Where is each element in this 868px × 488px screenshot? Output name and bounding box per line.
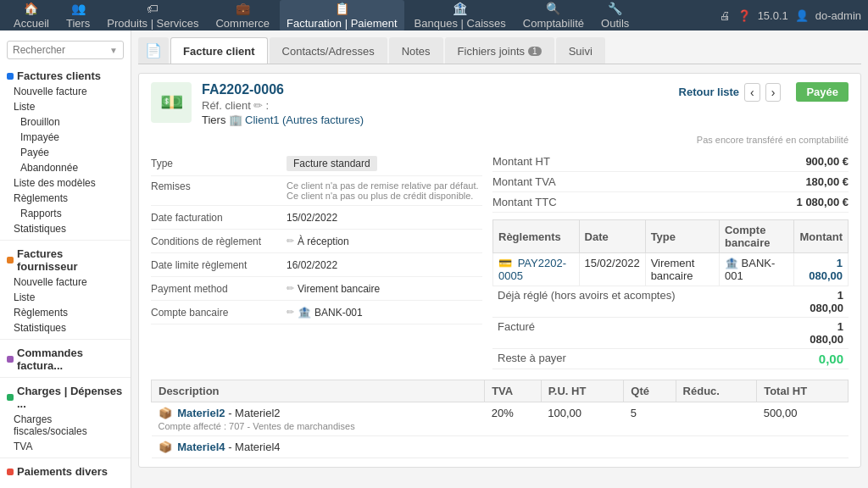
search-box[interactable]: ▼ [7, 41, 124, 59]
line-2-tva [485, 436, 542, 458]
top-navigation: 🏠 Accueil 👥 Tiers 🏷 Produits | Services … [0, 0, 868, 30]
sidebar-item-nouvelle-facture-fourn[interactable]: Nouvelle facture [0, 274, 131, 290]
main-layout: ▼ Factures clients Nouvelle facture List… [0, 30, 868, 488]
total-ht-label: Montant HT [492, 155, 550, 168]
search-input[interactable] [13, 44, 109, 56]
sidebar-item-liste-modeles[interactable]: Liste des modèles [0, 175, 131, 191]
tiers-link[interactable]: Client1 [245, 114, 279, 126]
pay-col-montant: Montant [794, 220, 849, 253]
line-2-total-ht [757, 436, 849, 458]
line-2-qte [624, 436, 676, 458]
line-row-2: 📦 Materiel4 - Materiel4 [152, 436, 849, 458]
total-tva-value: 180,00 € [805, 175, 849, 188]
field-date-limite-label: Date limite règlement [151, 259, 287, 271]
tab-suivi-label: Suivi [569, 45, 593, 58]
autres-factures[interactable]: (Autres factures) [282, 114, 364, 126]
print-icon[interactable]: 🖨 [720, 9, 731, 22]
nav-tiers[interactable]: 👥 Tiers [59, 0, 97, 31]
product-icon-2: 📦 [159, 441, 172, 453]
sidebar-item-charges-fiscales[interactable]: Charges fiscales/sociales [0, 412, 131, 439]
prev-invoice-button[interactable]: ‹ [744, 83, 760, 102]
nav-commerce[interactable]: 💼 Commerce [209, 0, 276, 31]
total-tva-row: Montant TVA 180,00 € [492, 172, 849, 192]
nav-outils[interactable]: 🔧 Outils [594, 0, 636, 31]
nav-comptabilite-label: Comptabilité [523, 17, 584, 30]
tab-fichiers-joints[interactable]: Fichiers joints 1 [445, 37, 554, 64]
nav-accueil[interactable]: 🏠 Accueil [7, 0, 56, 31]
tab-notes[interactable]: Notes [389, 37, 443, 64]
facture-value: 1080,00 [810, 320, 843, 346]
field-compte-bancaire: Compte bancaire ✏ 🏦 BANK-001 [151, 301, 482, 324]
nav-produits-services[interactable]: 🏷 Produits | Services [100, 0, 205, 31]
total-ttc-value: 1 080,00 € [797, 196, 849, 208]
sidebar-item-tva[interactable]: TVA [0, 439, 131, 454]
invoice-navigation: Retour liste ‹ › Payée [679, 82, 849, 102]
divider-4 [0, 458, 131, 458]
pay-bank-icon: 🏦 [725, 257, 738, 269]
field-payment-method-value: ✏ Virement bancaire [287, 283, 380, 295]
user-label[interactable]: do-admin [815, 9, 861, 22]
line-2-product-link[interactable]: Materiel4 [177, 441, 225, 453]
home-icon: 🏠 [24, 2, 38, 15]
sidebar-item-brouillon[interactable]: Brouillon [0, 114, 131, 130]
sidebar-item-impayee[interactable]: Impayée [0, 130, 131, 145]
tab-contacts-adresses[interactable]: Contacts/Adresses [270, 37, 387, 64]
nav-comptabilite[interactable]: 🔍 Comptabilité [516, 0, 591, 31]
nav-facturation-label: Facturation | Paiement [287, 17, 398, 30]
sidebar-section-factures-fourn: Factures fournisseur [0, 244, 131, 274]
field-type-label: Type [151, 158, 287, 169]
col-tva: TVA [485, 380, 542, 402]
edit-ref-icon[interactable]: ✏ [253, 99, 263, 112]
edit-payment-icon: ✏ [287, 283, 294, 294]
col-qte: Qté [624, 380, 676, 402]
reste-label: Reste à payer [498, 352, 566, 366]
total-ht-value: 900,00 € [805, 155, 849, 168]
help-icon[interactable]: ❓ [737, 9, 751, 22]
field-conditions-label: Conditions de règlement [151, 236, 287, 247]
line-1-product-link[interactable]: Materiel2 [177, 407, 225, 419]
col-description: Description [152, 380, 485, 402]
tab-facture-client-label: Facture client [183, 45, 255, 58]
line-2-desc: 📦 Materiel4 - Materiel4 [152, 436, 485, 458]
commerce-icon: 💼 [236, 2, 250, 15]
field-conditions-value: ✏ À réception [287, 236, 349, 247]
field-type: Type Facture standard [151, 152, 482, 176]
line-1-pu-ht: 100,00 [541, 402, 624, 436]
sidebar-item-abandonnee[interactable]: Abandonnée [0, 160, 131, 175]
search-dropdown-icon[interactable]: ▼ [109, 46, 118, 55]
sidebar-item-rapports[interactable]: Rapports [0, 206, 131, 221]
next-invoice-button[interactable]: › [765, 83, 782, 102]
tab-doc-icon: 📄 [145, 42, 162, 58]
payments-table: Règlements Date Type Compte bancaire Mon… [492, 219, 849, 286]
lines-section: Description TVA P.U. HT Qté Réduc. Total… [151, 380, 849, 458]
col-pu-ht: P.U. HT [541, 380, 624, 402]
pay-montant: 1080,00 [794, 253, 849, 286]
sidebar-item-reglements-fourn[interactable]: Règlements [0, 305, 131, 320]
nav-facturation[interactable]: 📋 Facturation | Paiement [280, 0, 404, 31]
tiers-label: Tiers [202, 114, 225, 126]
sidebar-item-reglements-client[interactable]: Règlements [0, 191, 131, 206]
total-tva-label: Montant TVA [492, 175, 556, 188]
field-remises-value: Ce client n'a pas de remise relative par… [287, 180, 482, 201]
tab-icon-area: 📄 [138, 37, 169, 64]
invoice-right-panel: Montant HT 900,00 € Montant TVA 180,00 €… [492, 152, 849, 369]
sidebar-item-statistiques-client[interactable]: Statistiques [0, 221, 131, 236]
tab-facture-client[interactable]: Facture client [170, 37, 268, 64]
field-compte-bancaire-value: ✏ 🏦 BANK-001 [287, 306, 363, 319]
field-date-limite-value: 16/02/2022 [287, 259, 337, 271]
field-date-facturation-value: 15/02/2022 [287, 212, 337, 224]
sidebar-item-payee[interactable]: Payée [0, 145, 131, 160]
sidebar-item-statistiques-fourn[interactable]: Statistiques [0, 320, 131, 336]
retour-liste-button[interactable]: Retour liste [679, 86, 740, 98]
field-payment-method-label: Payment method [151, 283, 287, 295]
field-conditions: Conditions de règlement ✏ À réception [151, 230, 482, 253]
divider-1 [0, 240, 131, 241]
sidebar-item-liste-client[interactable]: Liste [0, 99, 131, 114]
nav-produits-label: Produits | Services [107, 17, 198, 30]
nav-banques[interactable]: 🏦 Banques | Caisses [408, 0, 513, 31]
sidebar-item-liste-fourn[interactable]: Liste [0, 290, 131, 305]
invoice-body: Type Facture standard Remises Ce client … [151, 152, 849, 369]
nav-commerce-label: Commerce [215, 17, 270, 30]
sidebar-item-nouvelle-facture-client[interactable]: Nouvelle facture [0, 84, 131, 99]
tab-suivi[interactable]: Suivi [556, 37, 605, 64]
